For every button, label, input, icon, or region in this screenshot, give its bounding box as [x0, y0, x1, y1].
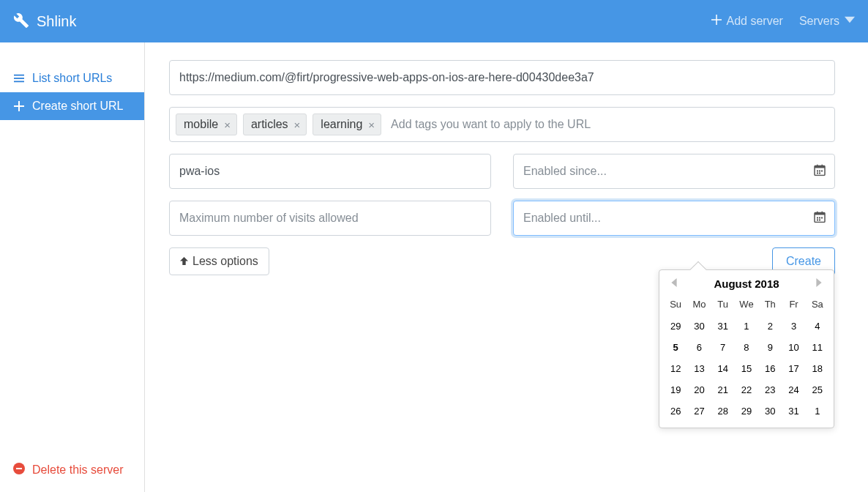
brand-name: Shlink [37, 13, 76, 30]
enabled-since-input[interactable] [513, 154, 835, 189]
datepicker-dow: We [735, 294, 758, 316]
datepicker-day[interactable]: 1 [806, 400, 829, 422]
datepicker-day[interactable]: 9 [758, 337, 782, 358]
tag: mobile× [176, 113, 237, 135]
svg-rect-4 [14, 81, 24, 83]
datepicker-dow: Tu [711, 294, 735, 316]
tag-remove-icon[interactable]: × [368, 119, 375, 130]
datepicker-day[interactable]: 19 [664, 379, 687, 400]
servers-dropdown[interactable]: Servers [799, 15, 855, 28]
datepicker-day[interactable]: 21 [711, 379, 735, 400]
datepicker-day[interactable]: 27 [687, 400, 711, 422]
datepicker-day[interactable]: 20 [687, 379, 711, 400]
datepicker-day[interactable]: 25 [806, 379, 829, 400]
datepicker-day[interactable]: 18 [806, 358, 829, 379]
datepicker-day[interactable]: 24 [782, 379, 805, 400]
plus-icon [711, 15, 722, 28]
datepicker-day[interactable]: 31 [782, 400, 805, 422]
plus-icon [13, 101, 25, 111]
max-visits-input[interactable] [169, 201, 491, 236]
svg-rect-1 [711, 19, 722, 20]
datepicker-day[interactable]: 26 [664, 400, 687, 422]
tag-label: learning [321, 118, 362, 131]
datepicker-day[interactable]: 15 [735, 358, 758, 379]
datepicker-day[interactable]: 22 [735, 379, 758, 400]
datepicker-next[interactable] [812, 278, 826, 289]
minus-circle-icon [13, 463, 25, 477]
caret-down-icon [845, 15, 855, 28]
custom-slug-input[interactable] [169, 154, 491, 189]
datepicker: August 2018 SuMoTuWeThFrSa 2930311234567… [659, 269, 834, 428]
datepicker-day[interactable]: 29 [735, 400, 758, 422]
enabled-until-input[interactable] [513, 201, 835, 236]
sidebar-item-list-urls[interactable]: List short URLs [0, 64, 144, 92]
datepicker-day[interactable]: 12 [664, 358, 687, 379]
sidebar-delete-server[interactable]: Delete this server [0, 455, 144, 485]
tag-remove-icon[interactable]: × [224, 119, 231, 130]
datepicker-day[interactable]: 11 [806, 337, 829, 358]
datepicker-day[interactable]: 2 [758, 316, 782, 337]
tags-input[interactable]: mobile×articles×learning×Add tags you wa… [169, 107, 835, 142]
sidebar: List short URLs Create short URL Delete … [0, 42, 145, 492]
datepicker-day[interactable]: 30 [687, 316, 711, 337]
servers-label: Servers [799, 15, 839, 28]
datepicker-prev[interactable] [667, 278, 681, 289]
tag: articles× [243, 113, 307, 135]
datepicker-day[interactable]: 5 [664, 337, 687, 358]
datepicker-day[interactable]: 30 [758, 400, 782, 422]
datepicker-day[interactable]: 14 [711, 358, 735, 379]
long-url-input[interactable] [169, 60, 835, 95]
less-options-label: Less options [192, 255, 258, 268]
datepicker-dow: Sa [806, 294, 829, 316]
datepicker-day[interactable]: 31 [711, 316, 735, 337]
datepicker-dow: Fr [782, 294, 805, 316]
sidebar-create-label: Create short URL [32, 100, 124, 113]
add-server-label: Add server [727, 15, 783, 28]
shlink-logo-icon [13, 12, 29, 31]
tag-label: articles [251, 118, 288, 131]
datepicker-day[interactable]: 16 [758, 358, 782, 379]
main-content: mobile×articles×learning×Add tags you wa… [145, 42, 868, 492]
chevron-up-icon [180, 255, 188, 268]
svg-rect-3 [14, 78, 24, 79]
datepicker-day[interactable]: 23 [758, 379, 782, 400]
datepicker-day[interactable]: 8 [735, 337, 758, 358]
datepicker-day[interactable]: 28 [711, 400, 735, 422]
svg-rect-2 [14, 75, 24, 76]
add-server-button[interactable]: Add server [711, 15, 783, 28]
datepicker-day[interactable]: 10 [782, 337, 805, 358]
datepicker-day[interactable]: 4 [806, 316, 829, 337]
tag: learning× [313, 113, 381, 135]
datepicker-day[interactable]: 3 [782, 316, 805, 337]
tag-remove-icon[interactable]: × [294, 119, 301, 130]
datepicker-day[interactable]: 7 [711, 337, 735, 358]
sidebar-list-label: List short URLs [32, 72, 112, 85]
less-options-button[interactable]: Less options [169, 247, 269, 275]
top-actions: Add server Servers [711, 15, 856, 28]
svg-rect-8 [16, 468, 22, 469]
topbar: Shlink Add server Servers [0, 0, 868, 42]
sidebar-item-create-url[interactable]: Create short URL [0, 92, 144, 120]
datepicker-day[interactable]: 13 [687, 358, 711, 379]
svg-rect-6 [14, 105, 24, 107]
datepicker-day[interactable]: 1 [735, 316, 758, 337]
datepicker-dow: Th [758, 294, 782, 316]
tags-placeholder: Add tags you want to apply to the URL [387, 118, 591, 131]
brand[interactable]: Shlink [13, 12, 76, 31]
datepicker-day[interactable]: 17 [782, 358, 805, 379]
datepicker-grid: SuMoTuWeThFrSa 2930311234567891011121314… [664, 294, 829, 422]
tag-label: mobile [184, 118, 218, 131]
datepicker-day[interactable]: 29 [664, 316, 687, 337]
datepicker-dow: Su [664, 294, 687, 316]
datepicker-dow: Mo [687, 294, 711, 316]
sidebar-delete-label: Delete this server [32, 463, 124, 477]
datepicker-day[interactable]: 6 [687, 337, 711, 358]
datepicker-title: August 2018 [714, 277, 779, 290]
list-icon [13, 73, 25, 83]
create-label: Create [786, 255, 821, 268]
